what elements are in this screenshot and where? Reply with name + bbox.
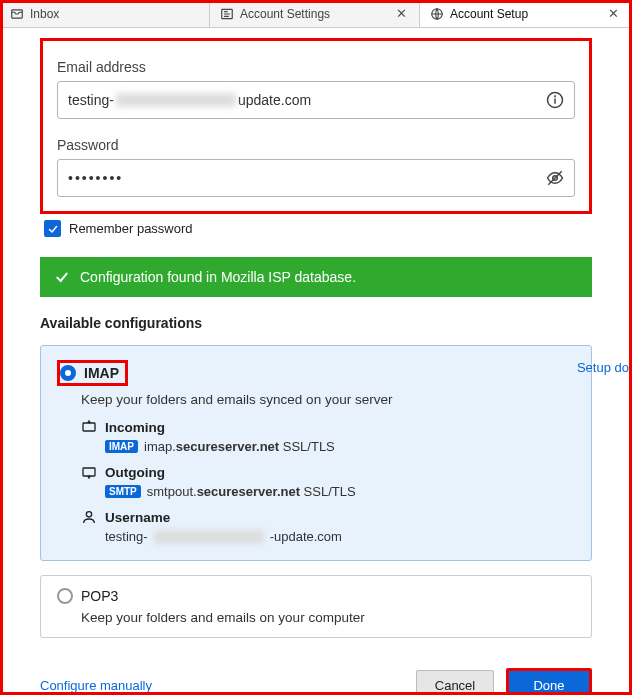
imap-desc: Keep your folders and emails synced on y… bbox=[81, 392, 575, 407]
globe-icon bbox=[430, 7, 444, 21]
username-row: Username bbox=[81, 509, 575, 525]
tab-bar: Inbox Account Settings ✕ Account Setup ✕ bbox=[0, 0, 632, 28]
smtp-badge: SMTP bbox=[105, 485, 141, 498]
tab-label: Inbox bbox=[30, 7, 59, 21]
pop3-label: POP3 bbox=[81, 588, 118, 604]
setup-doc-link[interactable]: Setup do bbox=[577, 360, 629, 375]
incoming-icon bbox=[81, 419, 97, 435]
success-banner: Configuration found in Mozilla ISP datab… bbox=[40, 257, 592, 297]
email-input-wrap[interactable]: testing-xxxxxxxxupdate.com bbox=[57, 81, 575, 119]
svg-rect-9 bbox=[83, 468, 95, 476]
tab-label: Account Settings bbox=[240, 7, 330, 21]
tab-account-setup[interactable]: Account Setup ✕ bbox=[420, 0, 632, 27]
incoming-row: Incoming bbox=[81, 419, 575, 435]
user-icon bbox=[81, 509, 97, 525]
remember-label: Remember password bbox=[69, 221, 193, 236]
tab-account-settings[interactable]: Account Settings ✕ bbox=[210, 0, 420, 27]
imap-label: IMAP bbox=[84, 365, 119, 381]
imap-config-card[interactable]: IMAP Keep your folders and emails synced… bbox=[40, 345, 592, 561]
cancel-button[interactable]: Cancel bbox=[416, 670, 494, 695]
password-field[interactable] bbox=[68, 170, 546, 186]
outgoing-icon bbox=[81, 464, 97, 480]
email-label: Email address bbox=[57, 59, 575, 75]
check-icon bbox=[47, 223, 59, 235]
info-icon[interactable] bbox=[546, 91, 564, 109]
username-value: testing-xxxxxxxx-update.com bbox=[105, 529, 575, 544]
pop3-radio[interactable] bbox=[57, 588, 73, 604]
pop3-config-card[interactable]: POP3 Keep your folders and emails on you… bbox=[40, 575, 592, 638]
password-input-wrap[interactable] bbox=[57, 159, 575, 197]
main-content: Email address testing-xxxxxxxxupdate.com… bbox=[0, 28, 632, 695]
tab-label: Account Setup bbox=[450, 7, 528, 21]
outgoing-row: Outgoing bbox=[81, 464, 575, 480]
footer: Configure manually Cancel Done bbox=[40, 668, 592, 695]
configure-manually-link[interactable]: Configure manually bbox=[40, 678, 152, 693]
close-icon[interactable]: ✕ bbox=[394, 6, 409, 21]
close-icon[interactable]: ✕ bbox=[606, 6, 621, 21]
eye-off-icon[interactable] bbox=[546, 169, 564, 187]
inbox-icon bbox=[10, 7, 24, 21]
check-icon bbox=[54, 269, 70, 285]
available-configs-title: Available configurations bbox=[40, 315, 592, 331]
svg-point-5 bbox=[555, 96, 556, 97]
done-button[interactable]: Done bbox=[506, 668, 592, 695]
credentials-box: Email address testing-xxxxxxxxupdate.com… bbox=[40, 38, 592, 214]
settings-icon bbox=[220, 7, 234, 21]
outgoing-server: SMTP smtpout.secureserver.net SSL/TLS bbox=[105, 484, 575, 499]
pop3-desc: Keep your folders and emails on your com… bbox=[81, 610, 575, 625]
svg-rect-8 bbox=[83, 423, 95, 431]
imap-radio[interactable] bbox=[60, 365, 76, 381]
remember-checkbox[interactable] bbox=[44, 220, 61, 237]
svg-point-10 bbox=[86, 512, 91, 517]
incoming-server: IMAP imap.secureserver.net SSL/TLS bbox=[105, 439, 575, 454]
imap-badge: IMAP bbox=[105, 440, 138, 453]
email-field[interactable]: testing-xxxxxxxxupdate.com bbox=[68, 92, 546, 108]
password-label: Password bbox=[57, 137, 575, 153]
banner-text: Configuration found in Mozilla ISP datab… bbox=[80, 269, 356, 285]
remember-password-row[interactable]: Remember password bbox=[44, 220, 592, 237]
tab-inbox[interactable]: Inbox bbox=[0, 0, 210, 27]
imap-highlight: IMAP bbox=[57, 360, 128, 386]
